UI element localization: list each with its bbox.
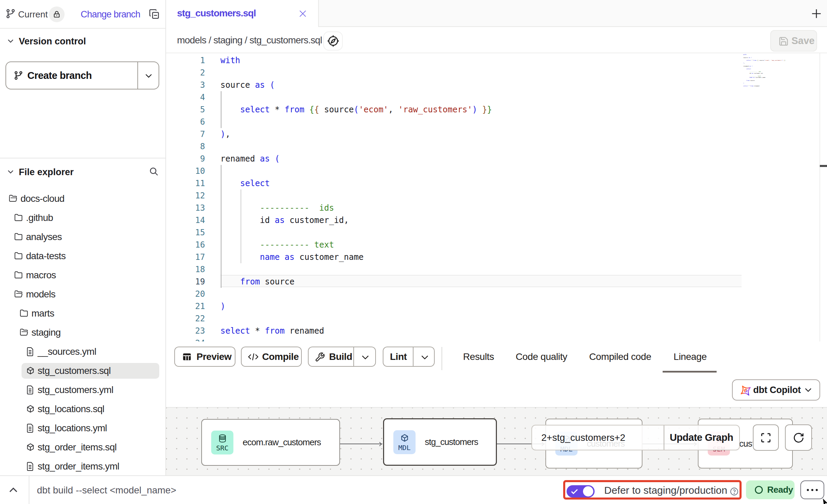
cube-icon: [26, 366, 35, 376]
tab-results[interactable]: Results: [463, 341, 494, 372]
fullscreen-button[interactable]: [753, 424, 779, 451]
build-dropdown[interactable]: [361, 355, 369, 360]
new-tab-plus-icon[interactable]: [810, 7, 823, 20]
tree-item-stg-customers-sql[interactable]: stg_customers.sql: [0, 361, 165, 380]
main-area: stg_customers.sql models / staging / stg…: [166, 0, 827, 504]
update-graph-button[interactable]: Update Graph: [664, 425, 739, 450]
ready-status-button[interactable]: Ready: [746, 480, 795, 499]
tree-item-docs-cloud[interactable]: docs-cloud: [0, 189, 165, 208]
code-line-10: 10: [166, 165, 827, 177]
tree-item-stg-locations-sql[interactable]: stg_locations.sql: [0, 400, 165, 419]
dbt-command-input[interactable]: dbt build --select <model_name>: [37, 476, 176, 504]
tree-item-staging[interactable]: staging: [0, 323, 165, 342]
code-line-11: 11 select: [166, 177, 827, 190]
breadcrumb: models / staging / stg_customers.sql: [177, 27, 322, 53]
lineage-selector-bar: 2+stg_customers+2 Update Graph: [531, 425, 740, 450]
status-circle-icon: [754, 485, 763, 494]
more-options-button[interactable]: [800, 480, 824, 499]
refresh-button[interactable]: [785, 424, 812, 451]
panel-header: Preview Compile Build Lint Results Code …: [166, 341, 827, 374]
scrollbar-marker[interactable]: [820, 165, 827, 167]
compile-button[interactable]: Compile: [241, 347, 302, 367]
version-control-header[interactable]: Version control: [0, 32, 165, 51]
close-icon[interactable]: [298, 9, 307, 18]
tree-item-stg-locations-yml[interactable]: stg_locations.yml: [0, 419, 165, 438]
compass-icon: [326, 34, 340, 48]
tree-item-label: stg_locations.sql: [38, 400, 104, 419]
current-branch-label: Current: [18, 0, 48, 29]
sidebar: Current Change branch Version control Cr…: [0, 0, 166, 475]
defer-toggle[interactable]: [567, 485, 595, 498]
change-branch-link[interactable]: Change branch: [81, 0, 140, 29]
code-line-18: 18: [166, 263, 827, 276]
code-line-3: 3source as (: [166, 79, 827, 91]
code-editor[interactable]: 1with23source as (45 select * from {{ so…: [166, 53, 827, 341]
tree-item--github[interactable]: .github: [0, 208, 165, 227]
code-line-14: 14 id as customer_id,: [166, 214, 827, 226]
git-branch-icon: [14, 70, 23, 81]
doc-icon: [26, 423, 34, 433]
cube-icon: [400, 433, 409, 443]
doc-icon: [26, 462, 34, 471]
code-line-1: 1with: [166, 54, 827, 67]
lint-button[interactable]: Lint: [383, 347, 435, 367]
code-line-8: 8: [166, 140, 827, 153]
help-icon[interactable]: [730, 487, 738, 496]
folder-open-icon: [19, 328, 29, 337]
tree-item-label: staging: [31, 323, 60, 342]
tab-code-quality[interactable]: Code quality: [516, 341, 567, 372]
code-line-17: 17 name as customer_name: [166, 251, 827, 263]
save-button[interactable]: Save: [770, 30, 817, 52]
tab-stg-customers-sql[interactable]: stg_customers.sql: [166, 0, 319, 27]
folder-icon: [19, 309, 29, 318]
tree-item-analyses[interactable]: analyses: [0, 227, 165, 247]
folder-open-icon: [14, 290, 23, 298]
dbt-cloud-ide: Current Change branch Version control Cr…: [0, 0, 827, 504]
lineage-toolbar-strip: dbt Copilot: [166, 374, 827, 407]
branch-bar: Current Change branch: [0, 0, 165, 29]
tree-item-label: stg_order_items.yml: [38, 457, 119, 476]
lineage-node-stg-customers[interactable]: MDL stg_customers: [383, 418, 497, 466]
chevron-up-icon[interactable]: [9, 487, 18, 493]
code-line-24: 24: [166, 337, 827, 341]
tab-compiled-code[interactable]: Compiled code: [589, 341, 651, 372]
defer-label: Defer to staging/production: [604, 476, 727, 504]
table-icon: [182, 352, 192, 362]
tree-item-stg-order-items-sql[interactable]: stg_order_items.sql: [0, 438, 165, 457]
code-line-7: 7),: [166, 128, 827, 140]
compass-button[interactable]: [323, 31, 343, 51]
tree-item-label: models: [26, 285, 55, 304]
tree-item-marts[interactable]: marts: [0, 304, 165, 323]
tree-item--sources-yml[interactable]: __sources.yml: [0, 342, 165, 361]
chevron-down-icon: [8, 39, 14, 43]
chevron-down-icon: [8, 170, 14, 174]
code-line-15: 15: [166, 226, 827, 239]
dbt-copilot-button[interactable]: dbt Copilot: [732, 379, 820, 401]
tab-lineage[interactable]: Lineage: [674, 341, 707, 372]
code-line-6: 6: [166, 116, 827, 128]
search-icon[interactable]: [149, 166, 159, 177]
minimap[interactable]: withsource as ( select * from {{ source(…: [743, 54, 785, 88]
preview-button[interactable]: Preview: [174, 347, 235, 367]
tree-item-data-tests[interactable]: data-tests: [0, 247, 165, 266]
build-button[interactable]: Build: [308, 347, 376, 367]
code-line-12: 12: [166, 190, 827, 202]
folder-icon: [14, 232, 23, 241]
tree-item-models[interactable]: models: [0, 285, 165, 304]
create-branch-dropdown[interactable]: [145, 73, 152, 78]
lineage-node-source[interactable]: SRC ecom.raw_customers: [201, 419, 340, 466]
tree-item-stg-order-items-yml[interactable]: stg_order_items.yml: [0, 457, 165, 476]
lint-dropdown[interactable]: [421, 355, 429, 360]
doc-icon: [26, 385, 34, 395]
create-branch-button[interactable]: Create branch: [5, 61, 159, 89]
tree-item-macros[interactable]: macros: [0, 266, 165, 285]
chevron-down-icon: [804, 388, 812, 392]
lock-icon: [53, 10, 60, 18]
copy-icon[interactable]: [149, 8, 160, 20]
minimap-line: select * from {{ source('ecom', 'raw_cus…: [743, 60, 785, 61]
wrench-icon: [315, 352, 325, 362]
file-explorer-header[interactable]: File explorer: [0, 163, 165, 182]
lineage-graph[interactable]: SRC ecom.raw_customers MDL stg_customers…: [166, 407, 827, 475]
selector-input[interactable]: 2+stg_customers+2: [541, 425, 625, 450]
tree-item-stg-customers-yml[interactable]: stg_customers.yml: [0, 380, 165, 400]
